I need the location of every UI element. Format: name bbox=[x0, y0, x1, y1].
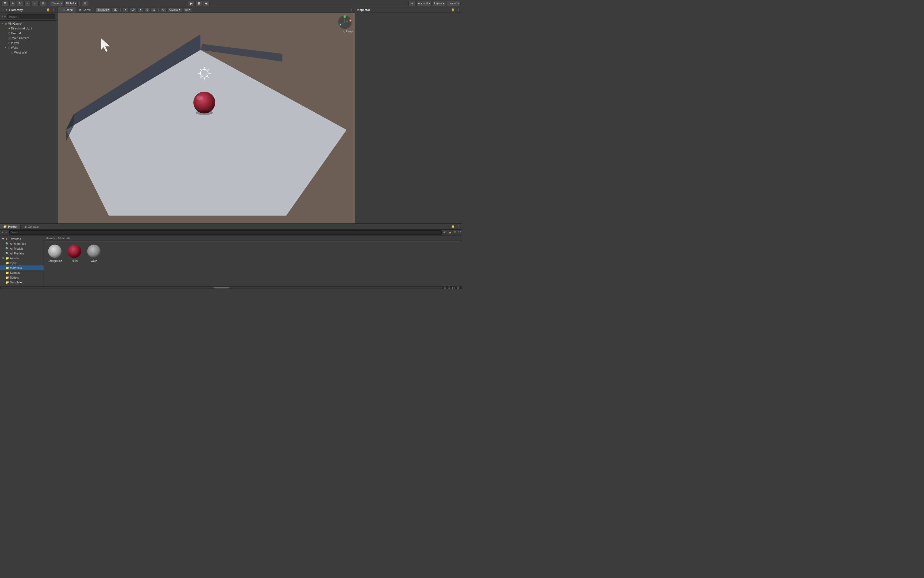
sidebar-scenes[interactable]: 📁 Scenes bbox=[0, 270, 44, 275]
scrollbar-track[interactable] bbox=[1, 287, 442, 289]
sidebar-all-materials[interactable]: 🔍 All Materials bbox=[0, 241, 44, 246]
orientation-gizmo[interactable]: Y X Z bbox=[337, 15, 352, 30]
sidebar-favorites-header[interactable]: ▼ ★ Favorites bbox=[0, 237, 44, 241]
fx-toggle[interactable]: ✦ bbox=[138, 8, 143, 12]
move-tool-button[interactable]: ⊕ bbox=[10, 1, 16, 6]
hierarchy-item-walls[interactable]: ▼ ⬡ Walls bbox=[0, 45, 57, 50]
hierarchy-dots-button[interactable]: ⋮ bbox=[52, 8, 56, 11]
hierarchy-label-player: Player bbox=[11, 41, 19, 44]
project-add-button[interactable]: + bbox=[1, 231, 4, 234]
sidebar-assets-header[interactable]: ▼ 📁 Assets bbox=[0, 256, 44, 261]
project-count: 17 bbox=[458, 231, 461, 234]
hand-tool-button[interactable]: ☰ bbox=[2, 1, 8, 6]
hand-icon: ☰ bbox=[4, 2, 6, 5]
ground-icon: ⬡ bbox=[8, 32, 10, 35]
asset-player[interactable]: Player bbox=[66, 243, 83, 264]
hierarchy-lock-button[interactable]: 🔒 bbox=[46, 8, 50, 11]
inspector-dots-button[interactable]: ⋮ bbox=[456, 8, 460, 11]
sidebar-all-models[interactable]: 🔍 All Models bbox=[0, 246, 44, 251]
project-eye-button[interactable]: 👁 bbox=[443, 231, 447, 234]
svg-point-29 bbox=[68, 245, 81, 258]
scrollbar-thumb[interactable] bbox=[214, 287, 230, 289]
breadcrumb-materials[interactable]: Materials bbox=[58, 237, 70, 240]
hierarchy-item-menu[interactable]: ⋮ bbox=[53, 22, 56, 25]
audio-toggle[interactable]: 🔊 bbox=[130, 8, 136, 12]
sidebar-all-prefabs[interactable]: 🔍 All Prefabs bbox=[0, 251, 44, 256]
sidebar-input[interactable]: 📁 Input bbox=[0, 261, 44, 265]
bottom-icon-4[interactable]: ⚙ bbox=[456, 286, 459, 289]
shading-dropdown[interactable]: Shaded ▾ bbox=[96, 8, 110, 12]
hierarchy-item-minigame[interactable]: ▼ ◉ MiniGame* ⋮ bbox=[0, 21, 57, 26]
layers-dropdown[interactable]: Layers ▾ bbox=[433, 1, 446, 6]
tab-game[interactable]: ▶ Game bbox=[76, 7, 94, 13]
layout-dropdown[interactable]: Layout ▾ bbox=[447, 1, 460, 6]
bottom-icon-1[interactable]: ⊞ bbox=[444, 286, 446, 289]
project-settings-button[interactable]: ⚙ bbox=[453, 231, 457, 234]
hierarchy-search-down[interactable]: ▾ bbox=[4, 15, 6, 18]
project-menu-button[interactable]: ▾ bbox=[5, 231, 7, 234]
inspector-lock-button[interactable]: 🔒 bbox=[451, 8, 455, 11]
asset-background[interactable]: Background bbox=[46, 243, 64, 264]
tab-project[interactable]: 📁 Project bbox=[0, 224, 21, 229]
gizmos-filter[interactable]: All ▾ bbox=[183, 8, 192, 12]
2d-toggle[interactable]: 2D bbox=[112, 8, 119, 12]
scale-icon: ⤡ bbox=[26, 2, 29, 5]
hierarchy-search-input[interactable] bbox=[7, 14, 55, 19]
account-label: Account bbox=[418, 2, 428, 5]
breadcrumb-assets[interactable]: Assets bbox=[46, 237, 55, 240]
sidebar-scripts[interactable]: 📁 Scripts bbox=[0, 275, 44, 280]
gizmos-filter-arrow: ▾ bbox=[189, 8, 190, 11]
materials-folder-icon: 📁 bbox=[5, 266, 9, 270]
grid-button[interactable]: ⊞ bbox=[82, 1, 88, 6]
hierarchy-menu-button[interactable]: ▾ bbox=[5, 8, 8, 11]
scale-tool-button[interactable]: ⤡ bbox=[24, 1, 31, 6]
asset-walls[interactable]: Walls bbox=[85, 243, 103, 264]
scene-extra-toggle[interactable]: ⊞ bbox=[151, 8, 157, 12]
pivot-center-dropdown[interactable]: Center ▾ bbox=[50, 1, 63, 6]
bottom-icon-3[interactable]: ◻ bbox=[452, 286, 455, 289]
gizmos-filter-label: All bbox=[185, 8, 188, 11]
bottom-area: 📁 Project 🖥 Console 🔒 ⋮ + ▾ 👁 ★ ⚙ 17 bbox=[0, 223, 462, 289]
hierarchy-search-add[interactable]: + bbox=[1, 15, 4, 18]
rotate-tool-button[interactable]: ↻ bbox=[17, 1, 23, 6]
light-toggle[interactable]: ☀ bbox=[122, 8, 128, 12]
project-lock-button[interactable]: 🔒 bbox=[451, 225, 455, 228]
sidebar-template[interactable]: 📁 Template bbox=[0, 280, 44, 285]
hierarchy-item-west-wall[interactable]: ⬡ West Wall bbox=[0, 50, 57, 55]
scene-sep-2 bbox=[158, 8, 159, 12]
account-dropdown[interactable]: Account ▾ bbox=[417, 1, 431, 6]
tab-scene[interactable]: ◫ Scene bbox=[58, 7, 76, 13]
scripts-folder-icon: 📁 bbox=[5, 276, 9, 279]
bottom-scrollbar: ⊞ ⊟ ◻ ⚙ bbox=[0, 286, 462, 289]
hierarchy-item-ground[interactable]: ⬡ Ground bbox=[0, 31, 57, 36]
transform-tool-button[interactable]: ⊞ bbox=[40, 1, 46, 6]
hierarchy-item-player[interactable]: ⬡ Player bbox=[0, 41, 57, 45]
step-button[interactable]: ⏭ bbox=[203, 1, 210, 6]
project-tab-label: Project bbox=[8, 225, 17, 228]
project-dots-button[interactable]: ⋮ bbox=[456, 225, 460, 228]
sidebar-materials[interactable]: 📁 Materials bbox=[0, 265, 44, 270]
project-search-input[interactable] bbox=[10, 231, 441, 235]
tab-console[interactable]: 🖥 Console bbox=[21, 224, 42, 229]
gizmos-dropdown[interactable]: Gizmos ▾ bbox=[167, 8, 182, 12]
pause-button[interactable]: ⏸ bbox=[195, 1, 202, 6]
fx-icon: ✦ bbox=[139, 8, 141, 11]
project-star-button[interactable]: ★ bbox=[448, 231, 452, 234]
console-tab-label: Console bbox=[28, 225, 39, 228]
camera-settings[interactable]: ⚙ bbox=[160, 8, 166, 12]
hierarchy-label-dl: Directional Light bbox=[11, 27, 32, 30]
hierarchy-add-button[interactable]: + bbox=[2, 8, 4, 11]
hierarchy-title: Hierarchy bbox=[9, 8, 45, 11]
pivot-space-dropdown[interactable]: Global ▾ bbox=[65, 1, 78, 6]
scene-viewport[interactable]: Y X Z ◁ Persp bbox=[58, 13, 355, 223]
scene-dots-button[interactable]: ⋮ bbox=[349, 8, 353, 11]
play-button[interactable]: ▶ bbox=[188, 1, 195, 6]
svg-point-14 bbox=[193, 91, 216, 114]
hierarchy-item-main-camera[interactable]: 🎥 Main Camera bbox=[0, 36, 57, 41]
rect-tool-button[interactable]: ▭ bbox=[32, 1, 39, 6]
bottom-icon-2[interactable]: ⊟ bbox=[448, 286, 451, 289]
inspector-header: Inspector 🔒 ⋮ bbox=[355, 7, 462, 13]
search-icon-2: 🔍 bbox=[5, 247, 9, 250]
collab-button[interactable]: ☁ bbox=[409, 1, 415, 6]
hierarchy-item-directional-light[interactable]: ☀ Directional Light bbox=[0, 26, 57, 31]
